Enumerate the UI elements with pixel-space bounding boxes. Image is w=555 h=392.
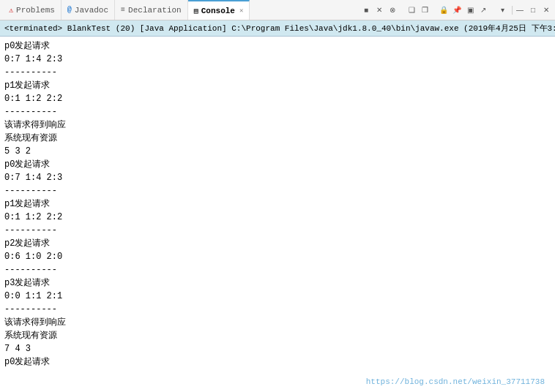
console-line: 该请求得到响应 [4, 316, 551, 329]
close-view-button[interactable]: ✕ [540, 4, 552, 16]
watermark: https://blog.csdn.net/weixin_37711738 [366, 377, 545, 386]
console-line: 系统现有资源 [4, 329, 551, 342]
console-line: 0:1 1:2 2:2 [4, 92, 551, 105]
console-line: ---------- [4, 224, 551, 237]
tab-problems-label: Problems [16, 6, 55, 15]
console-line: 0:7 1:4 2:3 [4, 53, 551, 66]
terminate-button[interactable]: ■ [360, 4, 372, 16]
status-text: <terminated> BlankTest (20) [Java Applic… [4, 23, 555, 34]
scroll-lock-button[interactable]: 🔒 [438, 4, 450, 16]
tab-declaration[interactable]: ≡ Declaration [115, 0, 188, 20]
tab-console-label: Console [201, 7, 235, 15]
tab-declaration-label: Declaration [128, 6, 182, 15]
clear-button[interactable]: ⊗ [387, 4, 398, 16]
console-line: 0:7 1:4 2:3 [4, 171, 551, 184]
pin-button[interactable]: 📌 [451, 4, 463, 16]
toolbar-controls: ■ ✕ ⊗ ❑ ❒ 🔒 📌 ▣ ↗ ▾ | — □ ✕ [360, 4, 552, 16]
problems-icon: ⚠ [9, 6, 13, 15]
minimize-button[interactable]: — [514, 4, 526, 16]
tab-javadoc[interactable]: @ Javadoc [62, 0, 115, 20]
console-line: p0发起请求 [4, 158, 551, 171]
console-line: ---------- [4, 303, 551, 316]
console-line: 系统现有资源 [4, 132, 551, 145]
console-line: p1发起请求 [4, 197, 551, 211]
status-bar: <terminated> BlankTest (20) [Java Applic… [0, 20, 555, 37]
tab-bar: ⚠ Problems @ Javadoc ≡ Declaration ▤ Con… [0, 0, 555, 20]
console-line: 7 4 3 [4, 342, 551, 355]
copy-button[interactable]: ❑ [406, 4, 417, 16]
console-icon: ▤ [194, 7, 198, 15]
console-line: p3发起请求 [4, 276, 551, 290]
new-console-button[interactable]: ▣ [464, 4, 476, 16]
console-line: p0发起请求 [4, 355, 551, 369]
console-line: 0:1 1:2 2:2 [4, 211, 551, 224]
paste-button[interactable]: ❒ [419, 4, 431, 16]
console-line: 0:0 1:1 2:1 [4, 290, 551, 303]
console-line: 0:6 1:0 2:0 [4, 250, 551, 263]
console-line: ---------- [4, 66, 551, 79]
open-file-button[interactable]: ↗ [477, 4, 489, 16]
console-output[interactable]: p0发起请求0:7 1:4 2:3----------p1发起请求0:1 1:2… [0, 37, 555, 392]
tab-javadoc-label: Javadoc [75, 6, 108, 15]
console-line: p0发起请求 [4, 39, 551, 53]
remove-button[interactable]: ✕ [373, 4, 385, 16]
console-line: p2发起请求 [4, 237, 551, 250]
view-menu-button[interactable]: ▾ [496, 4, 508, 16]
declaration-icon: ≡ [121, 6, 125, 14]
console-line: ---------- [4, 105, 551, 118]
console-line: 5 3 2 [4, 145, 551, 158]
tab-problems[interactable]: ⚠ Problems [3, 0, 62, 20]
console-close-icon[interactable]: ✕ [239, 7, 243, 15]
console-line: ---------- [4, 263, 551, 276]
console-line: 该请求得到响应 [4, 118, 551, 132]
console-lines-container: p0发起请求0:7 1:4 2:3----------p1发起请求0:1 1:2… [4, 39, 551, 369]
maximize-button[interactable]: □ [527, 4, 539, 16]
console-line: ---------- [4, 184, 551, 197]
javadoc-icon: @ [67, 6, 72, 14]
tab-console[interactable]: ▤ Console ✕ [188, 0, 250, 20]
console-line: p1发起请求 [4, 79, 551, 92]
